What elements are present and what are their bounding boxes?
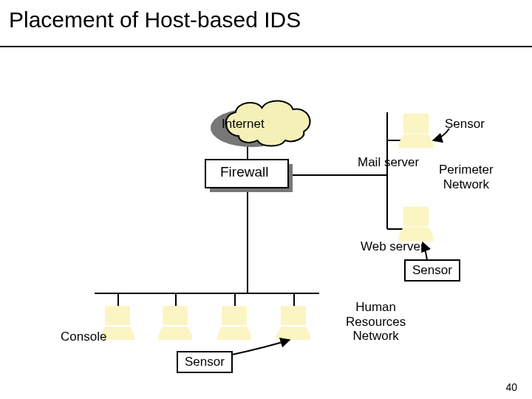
perimeter-network-label: Perimeter Network <box>439 163 494 191</box>
page-number: 40 <box>505 381 517 393</box>
svg-rect-18 <box>105 306 130 325</box>
mail-server-label: Mail server <box>358 155 419 170</box>
sensor-top-label: Sensor <box>445 117 485 132</box>
svg-rect-21 <box>158 335 192 340</box>
firewall-label: Firewall <box>220 164 268 180</box>
sensor-bottom-label: Sensor <box>185 355 225 369</box>
internal-host-3 <box>217 306 251 340</box>
svg-rect-15 <box>399 143 433 148</box>
svg-rect-14 <box>403 114 429 133</box>
sensor-mid-label: Sensor <box>412 263 452 278</box>
svg-rect-22 <box>222 306 247 325</box>
web-server-host <box>399 207 433 241</box>
diagram-stage: Internet Firewall Sensor Mail server Per… <box>0 46 532 399</box>
hr-network-label: Human Resources Network <box>346 300 406 344</box>
svg-rect-16 <box>403 207 429 226</box>
internal-host-4 <box>276 306 310 340</box>
web-server-label: Web server <box>361 239 425 254</box>
internet-label: Internet <box>222 117 265 132</box>
diagram-svg <box>0 46 532 399</box>
slide-title: Placement of Host-based IDS <box>9 7 301 33</box>
svg-rect-25 <box>276 335 310 340</box>
svg-rect-20 <box>163 306 188 325</box>
svg-rect-24 <box>281 306 306 325</box>
svg-rect-23 <box>217 335 251 340</box>
console-label: Console <box>61 330 106 344</box>
mail-server-host <box>399 114 433 148</box>
internal-host-2 <box>158 306 192 340</box>
